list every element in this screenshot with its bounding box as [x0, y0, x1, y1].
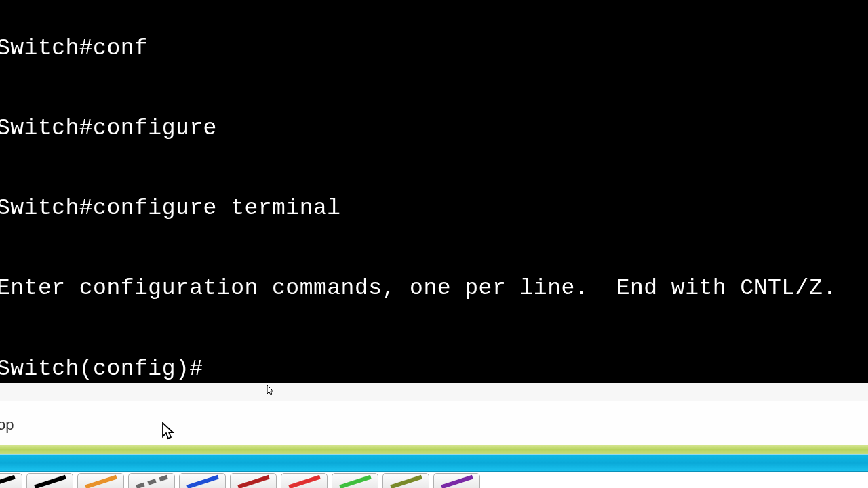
terminal-line: Enter configuration commands, one per li…	[0, 275, 868, 302]
terminal-output[interactable]: Switch#conf Switch#configure Switch#conf…	[0, 0, 868, 383]
cursor-icon	[161, 422, 175, 441]
cursor-icon	[267, 384, 275, 396]
pen-gray-dashed-button[interactable]	[128, 473, 175, 488]
pen-black-solid2-button[interactable]	[26, 473, 73, 488]
pen-stroke-icon	[238, 477, 269, 487]
pen-red-solid-button[interactable]	[281, 473, 328, 488]
blue-bar	[0, 454, 868, 472]
pen-stroke-icon	[187, 477, 218, 487]
pen-darkred-solid-button[interactable]	[230, 473, 277, 488]
pen-stroke-icon	[136, 477, 167, 487]
pen-stroke-icon	[391, 477, 422, 487]
terminal-line: Switch(config)#	[0, 356, 868, 382]
pen-purple-solid-button[interactable]	[433, 473, 480, 488]
green-bar	[0, 445, 868, 454]
label-strip: op	[0, 401, 868, 445]
pen-blue-solid-button[interactable]	[179, 473, 226, 488]
window-border	[0, 383, 868, 401]
pen-stroke-icon	[85, 477, 117, 487]
pen-orange-solid-button[interactable]	[77, 473, 124, 488]
pen-olive-solid-button[interactable]	[382, 473, 429, 488]
pen-stroke-icon	[441, 477, 473, 487]
label-text: op	[0, 416, 14, 434]
pen-stroke-icon	[340, 477, 371, 487]
pen-stroke-icon	[35, 477, 66, 487]
terminal-line: Switch#configure	[0, 115, 868, 142]
pen-black-solid-button[interactable]	[0, 473, 22, 488]
pen-toolbar	[0, 472, 868, 488]
terminal-line: Switch#configure terminal	[0, 195, 868, 222]
terminal-line: Switch#conf	[0, 35, 868, 62]
pen-stroke-icon	[0, 477, 14, 487]
pen-green-solid-button[interactable]	[332, 473, 378, 488]
pen-stroke-icon	[289, 477, 320, 487]
